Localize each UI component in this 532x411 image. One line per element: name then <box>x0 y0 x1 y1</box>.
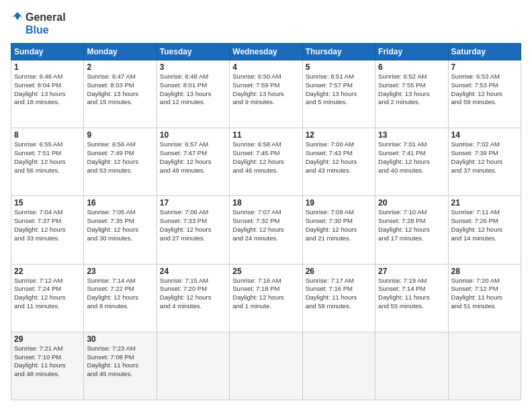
day-info: Sunrise: 7:14 AMSunset: 7:22 PMDaylight:… <box>87 277 153 311</box>
day-number: 19 <box>306 198 372 208</box>
day-number: 24 <box>160 267 226 276</box>
day-info: Sunrise: 6:58 AMSunset: 7:45 PMDaylight:… <box>232 140 299 175</box>
table-row <box>302 332 375 400</box>
day-info: Sunrise: 6:56 AMSunset: 7:49 PMDaylight:… <box>87 140 153 175</box>
header-tuesday: Tuesday <box>157 44 229 60</box>
table-row: 3Sunrise: 6:48 AMSunset: 8:01 PMDaylight… <box>157 60 229 128</box>
table-row: 13Sunrise: 7:01 AMSunset: 7:41 PMDayligh… <box>375 128 448 196</box>
table-row: 25Sunrise: 7:16 AMSunset: 7:18 PMDayligh… <box>230 264 302 332</box>
day-info: Sunrise: 7:16 AMSunset: 7:18 PMDaylight:… <box>232 277 299 311</box>
calendar: Sunday Monday Tuesday Wednesday Thursday… <box>11 43 521 400</box>
day-info: Sunrise: 7:05 AMSunset: 7:35 PMDaylight:… <box>87 208 153 242</box>
table-row: 11Sunrise: 6:58 AMSunset: 7:45 PMDayligh… <box>230 128 302 196</box>
day-number: 3 <box>160 62 226 72</box>
day-number: 25 <box>232 267 299 276</box>
day-number: 23 <box>87 267 153 276</box>
table-row: 26Sunrise: 7:17 AMSunset: 7:16 PMDayligh… <box>302 264 375 332</box>
day-info: Sunrise: 6:48 AMSunset: 8:01 PMDaylight:… <box>160 73 226 107</box>
header-friday: Friday <box>375 44 448 60</box>
day-number: 7 <box>451 62 518 72</box>
day-info: Sunrise: 6:52 AMSunset: 7:55 PMDaylight:… <box>378 73 445 107</box>
day-number: 10 <box>160 130 226 140</box>
day-info: Sunrise: 7:19 AMSunset: 7:14 PMDaylight:… <box>378 277 445 311</box>
day-info: Sunrise: 6:46 AMSunset: 8:04 PMDaylight:… <box>14 73 81 107</box>
table-row: 19Sunrise: 7:09 AMSunset: 7:30 PMDayligh… <box>302 196 375 264</box>
table-row <box>157 332 229 400</box>
day-info: Sunrise: 7:21 AMSunset: 7:10 PMDaylight:… <box>14 345 81 379</box>
day-info: Sunrise: 7:02 AMSunset: 7:39 PMDaylight:… <box>451 140 518 175</box>
day-info: Sunrise: 7:00 AMSunset: 7:43 PMDaylight:… <box>306 140 372 175</box>
day-number: 1 <box>14 62 81 72</box>
table-row: 5Sunrise: 6:51 AMSunset: 7:57 PMDaylight… <box>302 60 375 128</box>
day-info: Sunrise: 6:47 AMSunset: 8:03 PMDaylight:… <box>87 73 153 107</box>
table-row: 4Sunrise: 6:50 AMSunset: 7:59 PMDaylight… <box>230 60 302 128</box>
day-number: 13 <box>378 130 445 140</box>
table-row: 14Sunrise: 7:02 AMSunset: 7:39 PMDayligh… <box>448 128 521 196</box>
table-row: 7Sunrise: 6:53 AMSunset: 7:53 PMDaylight… <box>448 60 521 128</box>
table-row <box>375 332 448 400</box>
day-number: 15 <box>14 198 81 208</box>
day-info: Sunrise: 7:01 AMSunset: 7:41 PMDaylight:… <box>378 140 445 175</box>
table-row: 15Sunrise: 7:04 AMSunset: 7:37 PMDayligh… <box>11 196 84 264</box>
day-info: Sunrise: 7:06 AMSunset: 7:33 PMDaylight:… <box>160 208 226 242</box>
day-number: 9 <box>87 130 153 140</box>
table-row: 29Sunrise: 7:21 AMSunset: 7:10 PMDayligh… <box>11 332 84 400</box>
table-row: 24Sunrise: 7:15 AMSunset: 7:20 PMDayligh… <box>157 264 229 332</box>
calendar-week-5: 29Sunrise: 7:21 AMSunset: 7:10 PMDayligh… <box>11 332 521 400</box>
day-info: Sunrise: 6:57 AMSunset: 7:47 PMDaylight:… <box>160 140 226 175</box>
day-info: Sunrise: 6:51 AMSunset: 7:57 PMDaylight:… <box>306 73 372 107</box>
day-number: 29 <box>14 334 81 344</box>
day-info: Sunrise: 7:07 AMSunset: 7:32 PMDaylight:… <box>232 208 299 242</box>
table-row: 20Sunrise: 7:10 AMSunset: 7:28 PMDayligh… <box>375 196 448 264</box>
table-row: 8Sunrise: 6:55 AMSunset: 7:51 PMDaylight… <box>11 128 84 196</box>
table-row: 17Sunrise: 7:06 AMSunset: 7:33 PMDayligh… <box>157 196 229 264</box>
day-info: Sunrise: 7:09 AMSunset: 7:30 PMDaylight:… <box>306 208 372 242</box>
day-info: Sunrise: 7:04 AMSunset: 7:37 PMDaylight:… <box>14 208 81 242</box>
day-number: 6 <box>378 62 445 72</box>
table-row: 9Sunrise: 6:56 AMSunset: 7:49 PMDaylight… <box>84 128 157 196</box>
table-row <box>230 332 302 400</box>
day-number: 26 <box>306 267 372 276</box>
day-info: Sunrise: 7:11 AMSunset: 7:26 PMDaylight:… <box>451 208 518 242</box>
table-row: 16Sunrise: 7:05 AMSunset: 7:35 PMDayligh… <box>84 196 157 264</box>
header-monday: Monday <box>84 44 157 60</box>
calendar-week-2: 8Sunrise: 6:55 AMSunset: 7:51 PMDaylight… <box>11 128 521 196</box>
day-info: Sunrise: 6:53 AMSunset: 7:53 PMDaylight:… <box>451 73 518 107</box>
days-header-row: Sunday Monday Tuesday Wednesday Thursday… <box>11 44 521 60</box>
logo-blue: Blue <box>26 24 49 36</box>
table-row: 12Sunrise: 7:00 AMSunset: 7:43 PMDayligh… <box>302 128 375 196</box>
table-row: 23Sunrise: 7:14 AMSunset: 7:22 PMDayligh… <box>84 264 157 332</box>
day-info: Sunrise: 7:17 AMSunset: 7:16 PMDaylight:… <box>306 277 372 311</box>
header-thursday: Thursday <box>302 44 375 60</box>
day-number: 2 <box>87 62 153 72</box>
table-row: 18Sunrise: 7:07 AMSunset: 7:32 PMDayligh… <box>230 196 302 264</box>
day-info: Sunrise: 6:50 AMSunset: 7:59 PMDaylight:… <box>232 73 299 107</box>
calendar-week-1: 1Sunrise: 6:46 AMSunset: 8:04 PMDaylight… <box>11 60 521 128</box>
table-row: 21Sunrise: 7:11 AMSunset: 7:26 PMDayligh… <box>448 196 521 264</box>
day-number: 28 <box>451 267 518 276</box>
table-row: 22Sunrise: 7:12 AMSunset: 7:24 PMDayligh… <box>11 264 84 332</box>
day-info: Sunrise: 7:23 AMSunset: 7:08 PMDaylight:… <box>87 345 153 379</box>
header-wednesday: Wednesday <box>230 44 302 60</box>
day-number: 5 <box>306 62 372 72</box>
day-number: 4 <box>232 62 299 72</box>
svg-marker-0 <box>12 12 23 20</box>
header-saturday: Saturday <box>448 44 521 60</box>
logo-bird-icon <box>11 11 24 24</box>
day-info: Sunrise: 7:20 AMSunset: 7:12 PMDaylight:… <box>451 277 518 311</box>
day-number: 30 <box>87 334 153 344</box>
calendar-body: 1Sunrise: 6:46 AMSunset: 8:04 PMDaylight… <box>11 60 521 400</box>
table-row: 1Sunrise: 6:46 AMSunset: 8:04 PMDaylight… <box>11 60 84 128</box>
day-info: Sunrise: 7:10 AMSunset: 7:28 PMDaylight:… <box>378 208 445 242</box>
logo: General Blue <box>11 11 66 36</box>
table-row: 6Sunrise: 6:52 AMSunset: 7:55 PMDaylight… <box>375 60 448 128</box>
day-info: Sunrise: 6:55 AMSunset: 7:51 PMDaylight:… <box>14 140 81 175</box>
table-row: 2Sunrise: 6:47 AMSunset: 8:03 PMDaylight… <box>84 60 157 128</box>
day-info: Sunrise: 7:15 AMSunset: 7:20 PMDaylight:… <box>160 277 226 311</box>
day-number: 22 <box>14 267 81 276</box>
table-row <box>448 332 521 400</box>
day-number: 8 <box>14 130 81 140</box>
day-number: 27 <box>378 267 445 276</box>
day-number: 21 <box>451 198 518 208</box>
day-number: 17 <box>160 198 226 208</box>
